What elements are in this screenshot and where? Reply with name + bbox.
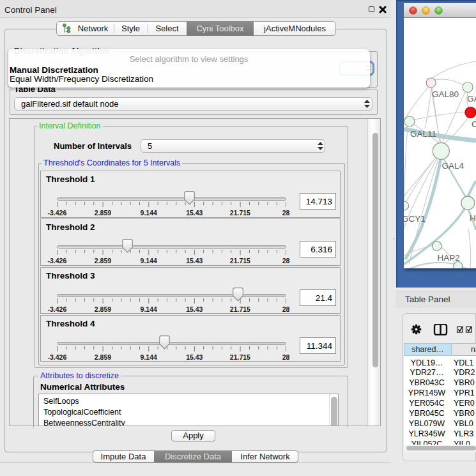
- svg-text:HAP2: HAP2: [438, 253, 460, 263]
- svg-text:GCY1: GCY1: [404, 214, 426, 224]
- svg-text:C: C: [472, 119, 476, 129]
- svg-text:GA: GA: [467, 94, 476, 104]
- svg-text:GAL80: GAL80: [432, 89, 459, 99]
- svg-text:GAL11: GAL11: [410, 129, 436, 139]
- svg-text:H: H: [470, 213, 476, 223]
- svg-text:GAL4: GAL4: [442, 161, 464, 171]
